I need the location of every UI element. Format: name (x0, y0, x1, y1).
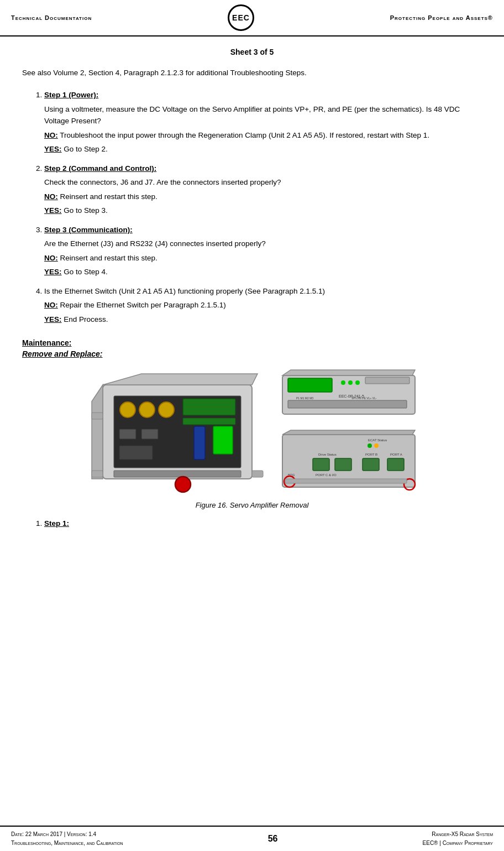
svg-point-6 (159, 402, 174, 417)
svg-text:Drive Status: Drive Status (318, 453, 337, 456)
list-item: Step 1: (44, 518, 482, 529)
step-1-text: Using a voltmeter, measure the DC Voltag… (44, 103, 482, 127)
svg-marker-31 (282, 430, 415, 435)
step-3-yes: YES: Go to Step 4. (44, 266, 482, 278)
figure-caption: Figure 16. Servo Amplifier Removal (22, 501, 482, 509)
step-1-yes-text: Go to Step 2. (62, 145, 108, 153)
svg-point-34 (374, 443, 379, 448)
svg-rect-8 (183, 418, 235, 425)
step-1-no-text: Troubleshoot the input power through the… (58, 131, 429, 139)
svg-rect-38 (313, 458, 329, 471)
figure-container: EEC-0R-241-5 P1 M1 M2 M3 VP+ PR PE VL+ V… (22, 367, 482, 495)
svg-rect-7 (183, 399, 235, 415)
step-4-yes-label: YES: (44, 315, 62, 323)
footer-date: Date: 22 March 2017 | Version: 1.4 (11, 830, 123, 839)
step-2-yes-text: Go to Step 3. (62, 206, 108, 215)
page-header: Technical Documentation EEC Protecting P… (0, 0, 504, 36)
svg-text:ECAT Status: ECAT Status (368, 438, 387, 442)
step-2-no-label: NO: (44, 192, 58, 201)
page-content: Sheet 3 of 5 See also Volume 2, Section … (0, 36, 504, 552)
svg-rect-10 (213, 426, 233, 454)
svg-point-33 (368, 443, 372, 448)
servo-amplifier-main-image (86, 368, 269, 495)
header-right-text: Protecting People and Assets® (390, 14, 493, 21)
svg-point-22 (341, 380, 345, 385)
step-3-yes-label: YES: (44, 268, 62, 276)
svg-marker-2 (92, 385, 103, 479)
svg-rect-17 (252, 471, 263, 477)
svg-point-24 (355, 380, 360, 385)
step-2-title: Step 2 (Command and Control): (44, 164, 156, 173)
device-bottom-image: ECAT Status Drive Status PORT B PORT A P… (280, 429, 418, 495)
svg-text:P1 M1 M2 M3: P1 M1 M2 M3 (296, 396, 313, 400)
remove-replace-title: Remove and Replace: (22, 349, 482, 358)
svg-rect-21 (288, 378, 332, 392)
maintenance-section: Maintenance: Remove and Replace: (22, 338, 482, 358)
step-3-no: NO: Reinsert and restart this step. (44, 252, 482, 264)
step-3-yes-text: Go to Step 4. (62, 268, 108, 276)
device-top-image: EEC-0R-241-5 P1 M1 M2 M3 VP+ PR PE VL+ V… (280, 367, 418, 422)
step-1-yes: YES: Go to Step 2. (44, 143, 482, 155)
step-4-yes: YES: End Process. (44, 314, 482, 326)
step-4-body: NO: Repair the Ethernet Switch per Parag… (44, 299, 482, 325)
header-left-text: Technical Documentation (11, 14, 92, 21)
step-4-text: Is the Ethernet Switch (Unit 2 A1 A5 A1)… (44, 287, 325, 295)
step-1-title: Step 1 (Power): (44, 91, 98, 99)
svg-rect-40 (363, 458, 379, 471)
step-4-no: NO: Repair the Ethernet Switch per Parag… (44, 299, 482, 311)
step-3-no-label: NO: (44, 254, 58, 262)
final-steps: Step 1: (22, 518, 482, 529)
maintenance-title: Maintenance: (22, 338, 482, 347)
header-logo: EEC (228, 4, 254, 31)
step-2-yes-label: YES: (44, 206, 62, 215)
figure-wrapper: EEC-0R-241-5 P1 M1 M2 M3 VP+ PR PE VL+ V… (22, 367, 482, 509)
svg-text:PORT B: PORT B (365, 453, 377, 456)
troubleshooting-steps: Step 1 (Power): Using a voltmeter, measu… (22, 90, 482, 325)
step-3-body: Are the Ethernet (J3) and RS232 (J4) con… (44, 238, 482, 278)
sheet-title: Sheet 3 of 5 (22, 48, 482, 56)
svg-marker-1 (103, 374, 258, 385)
svg-text:VP+ PR PE VL+ VL-: VP+ PR PE VL+ VL- (351, 396, 377, 400)
step-3-no-text: Reinsert and restart this step. (58, 254, 158, 262)
step-3-title: Step 3 (Communication): (44, 226, 133, 234)
svg-rect-39 (335, 458, 351, 471)
list-item: Step 3 (Communication): Are the Ethernet… (44, 225, 482, 278)
svg-point-5 (139, 402, 155, 417)
page-footer: Date: 22 March 2017 | Version: 1.4 Troub… (0, 826, 504, 851)
step-4-yes-text: End Process. (62, 315, 108, 323)
step-4-no-label: NO: (44, 301, 58, 309)
servo-amplifier-side-images: EEC-0R-241-5 P1 M1 M2 M3 VP+ PR PE VL+ V… (280, 367, 418, 495)
svg-rect-12 (141, 429, 158, 439)
svg-point-15 (175, 477, 191, 492)
svg-rect-25 (365, 377, 410, 384)
intro-text: See also Volume 2, Section 4, Paragraph … (22, 67, 482, 79)
list-item: Step 2 (Command and Control): Check the … (44, 163, 482, 217)
step-2-no: NO: Reinsert and restart this step. (44, 191, 482, 203)
svg-text:PORT C & I/O: PORT C & I/O (316, 473, 337, 477)
step-1-no-label: NO: (44, 131, 58, 139)
footer-left: Date: 22 March 2017 | Version: 1.4 Troub… (11, 830, 123, 848)
svg-rect-16 (92, 471, 103, 477)
step-2-yes: YES: Go to Step 3. (44, 205, 482, 217)
svg-rect-46 (285, 479, 407, 483)
step1-final-label: Step 1: (44, 519, 69, 528)
svg-text:PORT A: PORT A (390, 453, 402, 456)
step-1-yes-label: YES: (44, 145, 62, 153)
svg-rect-14 (114, 471, 241, 477)
list-item: Is the Ethernet Switch (Unit 2 A1 A5 A1)… (44, 286, 482, 325)
footer-proprietary: EEC® | Company Proprietary (423, 839, 493, 848)
svg-rect-13 (119, 446, 153, 460)
step-1-no: NO: Troubleshoot the input power through… (44, 129, 482, 142)
footer-system: Ranger-X5 Radar System (423, 830, 493, 839)
svg-point-4 (120, 402, 135, 417)
svg-rect-18 (92, 413, 103, 419)
footer-page-number: 56 (268, 834, 278, 844)
footer-right: Ranger-X5 Radar System EEC® | Company Pr… (423, 830, 493, 848)
footer-subtitle: Troubleshooting, Maintenance, and Calibr… (11, 839, 123, 848)
svg-rect-41 (387, 458, 404, 471)
svg-rect-27 (288, 400, 407, 408)
list-item: Step 1 (Power): Using a voltmeter, measu… (44, 90, 482, 155)
step-1-body: Using a voltmeter, measure the DC Voltag… (44, 103, 482, 155)
svg-marker-20 (282, 370, 415, 375)
step-4-no-text: Repair the Ethernet Switch per Paragraph… (58, 301, 226, 309)
